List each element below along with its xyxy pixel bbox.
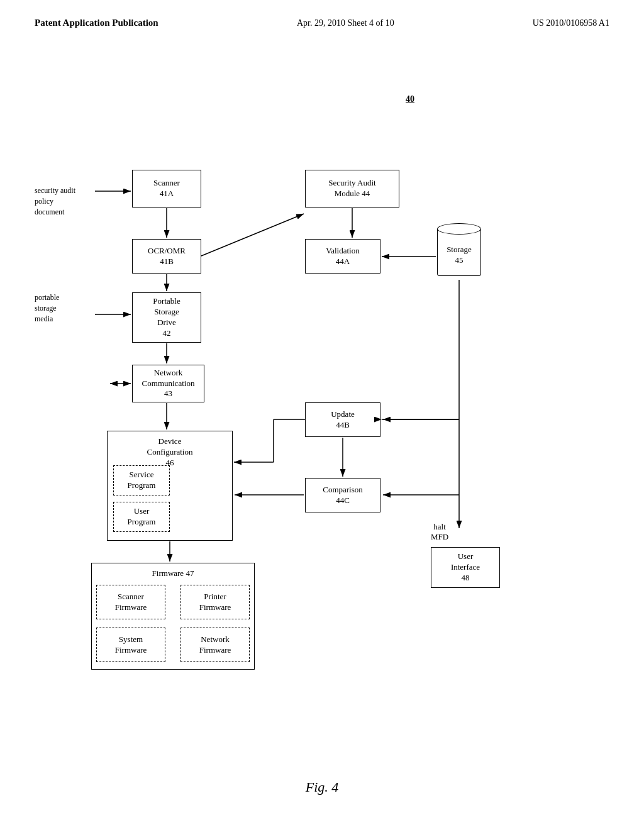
label-halt-mfd: haltMFD — [431, 522, 448, 542]
box-ocromr: OCR/OMR41B — [132, 239, 201, 274]
publication-title: Patent Application Publication — [35, 18, 158, 28]
cylinder-top — [437, 223, 481, 235]
box-portable-storage: PortableStorageDrive42 — [132, 292, 201, 343]
publication-date: Apr. 29, 2010 Sheet 4 of 10 — [297, 18, 394, 28]
system-label-40: 40 — [406, 94, 414, 104]
box-validation: Validation44A — [305, 239, 380, 274]
page-header: Patent Application Publication Apr. 29, … — [0, 0, 644, 28]
box-user-program: UserProgram — [113, 502, 170, 532]
box-security-audit: Security AuditModule 44 — [305, 170, 399, 208]
cylinder-storage: Storage45 — [437, 223, 481, 276]
svg-line-13 — [201, 214, 304, 256]
diagram-container: 40 security auditpolicydocument portable… — [35, 88, 613, 717]
label-portable-storage-media: portablestoragemedia — [35, 292, 94, 324]
box-service-program: ServiceProgram — [113, 465, 170, 495]
box-printer-fw: PrinterFirmware — [180, 585, 250, 619]
cylinder-body: Storage45 — [437, 229, 481, 276]
box-scanner-fw: ScannerFirmware — [96, 585, 165, 619]
box-comparison: Comparison44C — [305, 478, 380, 512]
box-user-interface: UserInterface48 — [431, 547, 500, 588]
figure-caption: Fig. 4 — [0, 779, 644, 795]
label-security-audit-policy: security auditpolicydocument — [35, 185, 94, 217]
publication-number: US 2010/0106958 A1 — [533, 18, 609, 28]
box-network-fw: NetworkFirmware — [180, 628, 250, 662]
box-system-fw: SystemFirmware — [96, 628, 165, 662]
box-network-comm: NetworkCommunication43 — [132, 365, 204, 402]
box-scanner: Scanner41A — [132, 170, 201, 208]
box-update: Update44B — [305, 402, 380, 437]
